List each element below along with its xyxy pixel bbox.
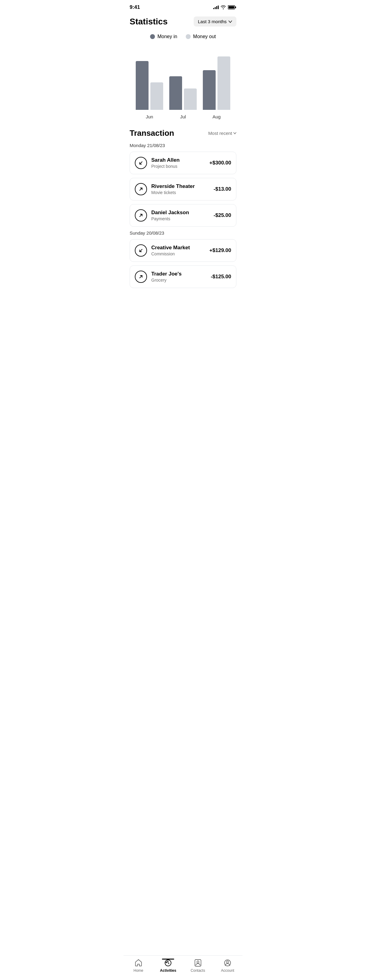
sort-chevron-icon xyxy=(233,132,236,134)
bars-jun xyxy=(136,61,163,110)
incoming-arrow-icon xyxy=(135,157,147,169)
svg-rect-5 xyxy=(228,6,234,8)
transaction-name: Riverside Theater xyxy=(151,183,195,189)
transaction-info: Trader Joe'sGrocery xyxy=(151,271,182,283)
filter-button[interactable]: Last 3 months xyxy=(194,16,236,27)
transactions-title: Transaction xyxy=(130,129,174,138)
transaction-description: Payments xyxy=(151,216,189,221)
bars-jul xyxy=(169,76,197,110)
transaction-name: Sarah Allen xyxy=(151,157,180,163)
transaction-card[interactable]: Sarah AllenProject bonus+$300.00 xyxy=(130,152,236,174)
svg-line-9 xyxy=(140,214,142,216)
transaction-description: Grocery xyxy=(151,278,182,283)
chart-group-aug: Aug xyxy=(203,56,230,119)
chart-group-jul: Jul xyxy=(169,76,197,119)
money-in-bar xyxy=(136,61,148,110)
transaction-card[interactable]: Riverside TheaterMovie tickets-$13.00 xyxy=(130,178,236,200)
chart-group-jun: Jun xyxy=(136,61,163,119)
svg-rect-3 xyxy=(218,5,219,9)
transaction-card[interactable]: Trader Joe'sGrocery-$125.00 xyxy=(130,266,236,288)
date-section: Monday 21/08/23 Sarah AllenProject bonus… xyxy=(130,143,236,227)
money-out-label: Money out xyxy=(193,34,216,39)
status-time: 9:41 xyxy=(130,4,140,10)
transaction-info: Riverside TheaterMovie tickets xyxy=(151,183,195,195)
transaction-left: Trader Joe'sGrocery xyxy=(135,270,182,283)
money-out-bar xyxy=(184,89,197,110)
page-title: Statistics xyxy=(130,17,168,27)
svg-rect-6 xyxy=(235,6,236,8)
transaction-left: Daniel JacksonPayments xyxy=(135,209,189,221)
date-section: Sunday 20/08/23 Creative MarketCommissio… xyxy=(130,231,236,288)
page-header: Statistics Last 3 months xyxy=(124,13,242,32)
transaction-name: Trader Joe's xyxy=(151,271,182,277)
legend-money-in: Money in xyxy=(150,34,177,39)
transaction-amount: +$300.00 xyxy=(210,160,231,166)
outgoing-arrow-icon xyxy=(135,270,147,283)
money-in-dot xyxy=(150,34,155,39)
date-label: Monday 21/08/23 xyxy=(130,143,236,148)
chart-month-label: Jul xyxy=(180,114,186,119)
svg-line-11 xyxy=(140,275,142,278)
transaction-amount: -$13.00 xyxy=(213,186,231,192)
date-label: Sunday 20/08/23 xyxy=(130,231,236,235)
money-in-bar xyxy=(203,70,216,110)
transaction-left: Creative MarketCommission xyxy=(135,244,190,256)
svg-rect-0 xyxy=(213,8,214,9)
signal-icon xyxy=(213,5,219,9)
transaction-name: Creative Market xyxy=(151,245,190,251)
transaction-amount: -$125.00 xyxy=(211,274,231,280)
incoming-arrow-icon xyxy=(135,244,147,256)
chart-legend: Money in Money out xyxy=(124,32,242,43)
transactions-header: Transaction Most recent xyxy=(130,129,236,138)
chart-month-label: Aug xyxy=(213,114,221,119)
transaction-card[interactable]: Daniel JacksonPayments-$25.00 xyxy=(130,204,236,227)
transaction-info: Creative MarketCommission xyxy=(151,245,190,256)
money-out-bar xyxy=(150,83,163,110)
svg-line-10 xyxy=(140,249,142,252)
outgoing-arrow-icon xyxy=(135,209,147,221)
sort-label: Most recent xyxy=(208,130,232,136)
bar-chart: JunJulAug xyxy=(124,43,242,123)
svg-rect-2 xyxy=(216,6,217,9)
transaction-left: Riverside TheaterMovie tickets xyxy=(135,183,195,195)
svg-rect-1 xyxy=(215,7,216,9)
status-icons xyxy=(213,5,236,10)
status-bar: 9:41 xyxy=(124,0,242,13)
transaction-description: Commission xyxy=(151,251,190,256)
legend-money-out: Money out xyxy=(186,34,216,39)
money-out-bar xyxy=(218,56,230,110)
bars-aug xyxy=(203,56,230,110)
svg-line-8 xyxy=(140,188,142,190)
sort-button[interactable]: Most recent xyxy=(208,130,236,136)
transaction-description: Project bonus xyxy=(151,164,180,169)
transaction-info: Daniel JacksonPayments xyxy=(151,210,189,221)
transaction-description: Movie tickets xyxy=(151,190,195,195)
transaction-info: Sarah AllenProject bonus xyxy=(151,157,180,169)
transaction-amount: -$25.00 xyxy=(213,212,231,218)
wifi-icon xyxy=(221,5,226,10)
chevron-down-icon xyxy=(228,21,232,23)
money-in-bar xyxy=(169,76,182,110)
money-in-label: Money in xyxy=(158,34,177,39)
outgoing-arrow-icon xyxy=(135,183,147,195)
battery-icon xyxy=(228,5,236,10)
transaction-card[interactable]: Creative MarketCommission+$129.00 xyxy=(130,239,236,262)
transaction-left: Sarah AllenProject bonus xyxy=(135,157,180,169)
transaction-amount: +$129.00 xyxy=(210,247,231,253)
filter-label: Last 3 months xyxy=(198,19,227,24)
money-out-dot xyxy=(186,34,191,39)
chart-month-label: Jun xyxy=(146,114,153,119)
transactions-section: Transaction Most recent Monday 21/08/23 … xyxy=(124,123,242,288)
svg-line-7 xyxy=(140,162,142,164)
transaction-name: Daniel Jackson xyxy=(151,210,189,216)
